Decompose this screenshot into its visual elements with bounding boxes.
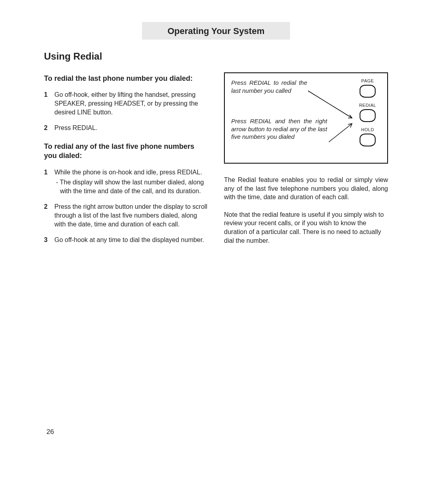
subhead-redial-last: To redial the last phone num­ber you dia… <box>44 74 208 83</box>
step: Go off-hook, either by lifting the hands… <box>44 90 208 116</box>
callout-redial-five: Press REDIAL and then the right arrow bu… <box>231 117 327 141</box>
two-column-layout: To redial the last phone num­ber you dia… <box>44 72 388 254</box>
paragraph: Note that the redial feature is useful i… <box>224 210 388 245</box>
phone-buttons: PAGE REDIAL HOLD <box>354 78 382 151</box>
page-button-label: PAGE <box>354 78 382 84</box>
svg-line-0 <box>308 91 352 118</box>
step: Go off-hook at any time to dial the disp… <box>44 236 208 244</box>
section-banner: Operating Your System <box>142 22 290 40</box>
step: Press REDIAL. <box>44 124 208 132</box>
svg-line-1 <box>329 124 352 142</box>
subhead-redial-five: To redial any of the last five phone num… <box>44 142 208 161</box>
page-title: Using Redial <box>44 51 388 62</box>
step-text: While the phone is on-hook and idle, pre… <box>54 168 208 177</box>
step: Press the right arrow button under the d… <box>44 202 208 228</box>
hold-button-icon <box>360 134 376 146</box>
step-text: Go off-hook at any time to dial the disp… <box>54 236 208 244</box>
page-number: 26 <box>46 428 54 436</box>
redial-button-icon <box>360 109 376 122</box>
step-text: Press the right arrow button under the d… <box>54 202 208 228</box>
page-button-icon <box>360 85 376 98</box>
callout-redial-last: Press REDIAL to redial the last num­ber … <box>231 79 307 94</box>
redial-diagram: Press REDIAL to redial the last num­ber … <box>224 72 388 164</box>
step: While the phone is on-hook and idle, pre… <box>44 168 208 196</box>
step-text: Press REDIAL. <box>54 124 208 132</box>
steps-redial-last: Go off-hook, either by lifting the hands… <box>44 90 208 132</box>
paragraph: The Redial feature enables you to redial… <box>224 176 388 202</box>
right-column: Press REDIAL to redial the last num­ber … <box>224 72 388 254</box>
manual-page: Operating Your System Using Redial To re… <box>0 0 432 504</box>
hold-button-label: HOLD <box>354 127 382 133</box>
step-subtext: - The display will show the last num­ber… <box>54 178 208 195</box>
step-text: Go off-hook, either by lifting the hands… <box>54 90 208 116</box>
left-column: To redial the last phone num­ber you dia… <box>44 72 208 254</box>
steps-redial-five: While the phone is on-hook and idle, pre… <box>44 168 208 244</box>
redial-button-label: REDIAL <box>354 102 382 108</box>
